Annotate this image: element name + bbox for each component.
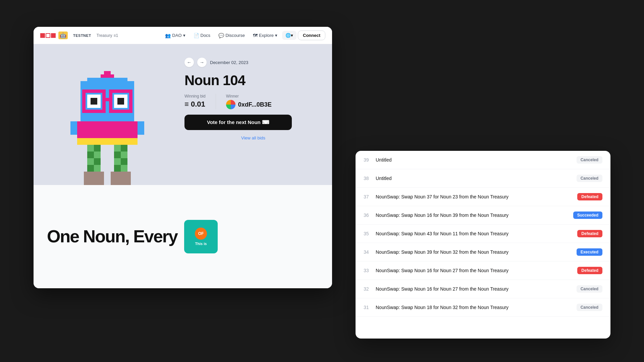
bid-amount: ≡ 0.01	[184, 100, 205, 109]
svg-rect-22	[94, 152, 101, 158]
svg-rect-19	[124, 141, 131, 145]
treasury-link[interactable]: Treasury ≡1	[97, 33, 118, 38]
proposal-title: NounSwap: Swap Noun 39 for Noun 32 from …	[376, 249, 573, 255]
proposal-title: NounSwap: Swap Noun 16 for Noun 27 from …	[376, 268, 573, 273]
connect-button[interactable]: Connect	[298, 31, 325, 40]
vote-button[interactable]: Vote for the next Noun ⌨	[184, 115, 292, 130]
logo-sq-3	[51, 33, 56, 38]
svg-rect-23	[87, 158, 94, 165]
status-badge: Defeated	[577, 230, 602, 237]
proposal-row[interactable]: 33NounSwap: Swap Noun 16 for Noun 27 fro…	[356, 261, 610, 280]
proposal-title: Untitled	[376, 176, 573, 181]
proposal-title: NounSwap: Swap Noun 18 for Noun 32 from …	[376, 305, 573, 310]
proposal-row[interactable]: 35NounSwap: Swap Noun 43 for Noun 11 fro…	[356, 225, 610, 243]
video-thumbnail[interactable]: OF This is	[184, 220, 218, 253]
navbar: 🤖 TESTNET Treasury ≡1 👥 DAO ▾ 📄 Docs	[34, 27, 332, 44]
svg-rect-13	[138, 121, 144, 135]
svg-rect-31	[111, 172, 131, 185]
video-caption: This is	[195, 242, 207, 246]
proposal-row[interactable]: 36NounSwap: Swap Noun 16 for Noun 39 fro…	[356, 206, 610, 225]
proposal-number: 33	[364, 268, 372, 273]
svg-rect-30	[84, 172, 104, 185]
svg-rect-12	[70, 121, 77, 135]
discourse-nav-item[interactable]: 💬 Discourse	[215, 31, 248, 40]
proposal-row[interactable]: 37NounSwap: Swap Noun 37 for Noun 23 fro…	[356, 188, 610, 206]
docs-label: Docs	[201, 33, 211, 38]
explore-chevron: ▾	[275, 33, 277, 38]
proposal-number: 35	[364, 231, 372, 236]
status-badge: Executed	[577, 248, 602, 256]
proposal-row[interactable]: 38UntitledCanceled	[356, 169, 610, 188]
dao-nav-item[interactable]: 👥 DAO ▾	[162, 31, 189, 40]
logo-sq-1	[40, 33, 45, 38]
view-all-bids-link[interactable]: View all bids	[184, 135, 322, 140]
treasury-value: ≡1	[114, 33, 118, 38]
hero-section: ← → December 02, 2023 Noun 104 Winning b…	[34, 44, 332, 185]
proposal-row[interactable]: 32NounSwap: Swap Noun 16 for Noun 27 fro…	[356, 280, 610, 298]
proposal-number: 34	[364, 249, 372, 255]
proposal-number: 36	[364, 213, 372, 218]
status-badge: Defeated	[577, 193, 602, 200]
svg-rect-28	[114, 158, 121, 165]
tagline: One Noun, Every	[47, 227, 177, 246]
date-nav: ← → December 02, 2023	[184, 58, 322, 67]
proposal-row[interactable]: 34NounSwap: Swap Noun 39 for Noun 32 fro…	[356, 243, 610, 261]
main-window: 🤖 TESTNET Treasury ≡1 👥 DAO ▾ 📄 Docs	[34, 27, 332, 288]
status-badge: Defeated	[577, 267, 602, 274]
proposal-number: 37	[364, 194, 372, 199]
winner-value: 0xdF...0B3E	[226, 100, 272, 109]
svg-rect-26	[114, 145, 121, 152]
noun-pixel-art	[54, 71, 161, 185]
noun-info: ← → December 02, 2023 Noun 104 Winning b…	[181, 44, 332, 185]
next-arrow[interactable]: →	[197, 58, 207, 67]
svg-rect-18	[114, 141, 121, 145]
logo[interactable]: 🤖	[40, 32, 68, 39]
screen-container: 🤖 TESTNET Treasury ≡1 👥 DAO ▾ 📄 Docs	[34, 27, 610, 335]
dao-chevron: ▾	[183, 33, 185, 38]
status-badge: Succeeded	[573, 212, 602, 219]
explore-label: Explore	[259, 33, 274, 38]
bid-divider	[216, 94, 216, 109]
proposal-number: 32	[364, 286, 372, 292]
proposal-number: 39	[364, 157, 372, 163]
explore-nav-item[interactable]: 🗺 Explore ▾	[250, 31, 281, 40]
winning-bid-label: Winning bid	[184, 94, 206, 99]
logo-sq-2	[46, 33, 50, 38]
dao-label: DAO	[172, 33, 181, 38]
svg-rect-21	[87, 145, 94, 152]
hero-date: December 02, 2023	[210, 60, 248, 65]
proposal-title: NounSwap: Swap Noun 37 for Noun 23 from …	[376, 194, 573, 199]
dao-icon: 👥	[165, 33, 171, 38]
bid-winner-row: Winning bid ≡ 0.01 Winner 0xdF...0B3E	[184, 94, 322, 109]
nav-links: 👥 DAO ▾ 📄 Docs 💬 Discourse 🗺 Explore ▾	[162, 31, 325, 40]
proposal-row[interactable]: 31NounSwap: Swap Noun 18 for Noun 32 fro…	[356, 298, 610, 317]
noun-title: Noun 104	[184, 72, 322, 88]
winner-address: 0xdF...0B3E	[238, 101, 272, 108]
explore-icon: 🗺	[253, 33, 258, 38]
video-avatar-text: OF	[198, 231, 204, 236]
svg-rect-10	[104, 98, 111, 101]
globe-button[interactable]: 🌐▾	[282, 31, 297, 40]
proposal-number: 31	[364, 305, 372, 310]
treasury-label: Treasury	[97, 33, 112, 38]
logo-icon-wrapper: 🤖	[58, 32, 68, 39]
prev-arrow[interactable]: ←	[184, 58, 194, 67]
status-badge: Canceled	[577, 156, 602, 164]
winner-avatar	[226, 100, 235, 109]
svg-rect-17	[104, 141, 111, 145]
video-avatar: OF	[195, 228, 207, 240]
winning-bid-block: Winning bid ≡ 0.01	[184, 94, 206, 109]
proposal-title: Untitled	[376, 157, 573, 163]
status-badge: Canceled	[577, 175, 602, 182]
status-badge: Canceled	[577, 285, 602, 293]
logo-squares	[40, 33, 56, 38]
docs-nav-item[interactable]: 📄 Docs	[190, 31, 214, 40]
discourse-label: Discourse	[225, 33, 245, 38]
svg-rect-5	[91, 98, 97, 105]
proposal-number: 38	[364, 176, 372, 181]
svg-rect-16	[94, 141, 101, 145]
svg-rect-1	[101, 74, 114, 78]
bottom-section: One Noun, Every OF This is	[34, 185, 332, 288]
proposal-row[interactable]: 39UntitledCanceled	[356, 151, 610, 169]
docs-icon: 📄	[194, 33, 199, 38]
